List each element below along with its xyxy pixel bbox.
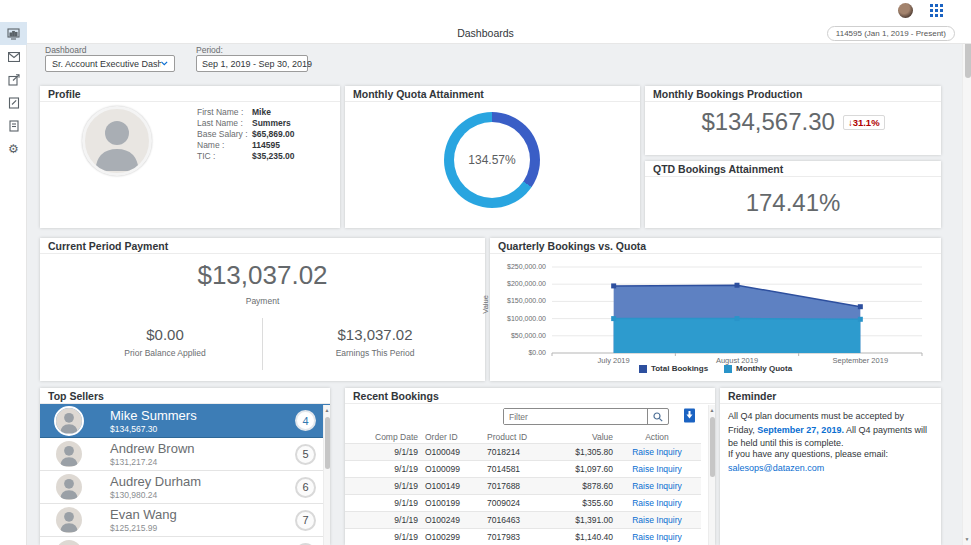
seller-avatar <box>56 507 82 533</box>
scroll-down-icon[interactable]: ▼ <box>963 536 971 542</box>
chart-legend[interactable]: Total BookingsMonthly Quota <box>490 364 941 373</box>
quarterly-chart-title: Quarterly Bookings vs. Quota <box>490 238 941 254</box>
period-value: Sep 1, 2019 - Sep 30, 2019 <box>202 59 312 69</box>
dashboard-select[interactable]: Sr. Account Executive Dashboard <box>45 55 175 72</box>
booking-row[interactable]: 9/1/19 O100149 7017688 $878.60 Raise Inq… <box>345 478 701 495</box>
reminder-paragraph-2: If you have any questions, please email:… <box>728 448 931 475</box>
booking-date: 9/1/19 <box>345 498 418 508</box>
booking-order-id: O100099 <box>418 464 487 474</box>
raise-inquiry-link[interactable]: Raise Inquiry <box>613 447 701 457</box>
booking-product-id: 7016463 <box>487 515 559 525</box>
page-scrollbar[interactable]: ▲ ▼ <box>962 0 971 545</box>
profile-card-title: Profile <box>40 86 340 102</box>
top-seller-row[interactable]: Audrey Durham $130,980.24 6 <box>40 471 330 504</box>
note-icon <box>8 97 20 109</box>
bookings-scroll-thumb[interactable] <box>710 417 715 477</box>
seller-name: Andrew Brown <box>110 441 295 456</box>
seller-rank-badge: 4 <box>295 410 316 431</box>
payment-prior-balance: $0.00 Prior Balance Applied <box>80 326 250 358</box>
prior-balance-label: Prior Balance Applied <box>80 348 250 358</box>
seller-text: Mike Summers $134,567.30 <box>110 408 295 434</box>
raise-inquiry-link[interactable]: Raise Inquiry <box>613 464 701 474</box>
seller-text: Audrey Durham $130,980.24 <box>110 474 295 500</box>
bookings-filter <box>503 408 669 425</box>
booking-value: $1,305.80 <box>559 447 613 457</box>
seller-text: Andrew Brown $131,217.24 <box>110 441 295 467</box>
salesops-email-link[interactable]: salesops@datazen.com <box>728 463 824 473</box>
scroll-up-icon[interactable]: ▲ <box>324 407 330 413</box>
user-period-badge: 114595 (Jan 1, 2019 - Present) <box>827 26 955 41</box>
top-seller-row[interactable]: Andrew Brown $131,217.24 5 <box>40 438 330 471</box>
sidebar-item-mail[interactable] <box>0 45 27 68</box>
document-icon <box>8 120 20 132</box>
period-label: Period: <box>196 45 223 55</box>
top-seller-row[interactable]: Mike Summers $134,567.30 4 <box>40 404 330 438</box>
sidebar-item-document[interactable] <box>0 114 27 137</box>
seller-rank-badge: 6 <box>295 477 316 498</box>
scroll-up-icon[interactable]: ▲ <box>709 407 715 413</box>
sidebar-item-dashboard[interactable] <box>0 22 27 45</box>
top-sellers-list: Mike Summers $134,567.30 4 Andrew Brown … <box>40 404 330 545</box>
settings-icon: ⚙ <box>8 143 19 155</box>
app-grid-icon[interactable] <box>930 4 943 17</box>
legend-item[interactable]: Monthly Quota <box>724 364 792 373</box>
top-seller-row[interactable] <box>40 537 330 545</box>
booking-row[interactable]: 9/1/19 O100049 7018214 $1,305.80 Raise I… <box>345 444 701 461</box>
profile-fields: First Name : Mike Last Name : Summers Ba… <box>197 107 295 162</box>
sidebar-item-settings[interactable]: ⚙ <box>0 137 27 160</box>
user-avatar[interactable] <box>898 3 913 18</box>
payment-main-value: $13,037.02 <box>40 260 485 291</box>
reminder-title: Reminder <box>720 388 941 404</box>
qtd-attainment-title: QTD Bookings Attainment <box>645 161 941 177</box>
seller-avatar <box>56 474 82 500</box>
top-sellers-scroll-thumb[interactable] <box>325 417 330 469</box>
seller-value: $131,217.24 <box>110 457 295 467</box>
quarterly-chart-card: Quarterly Bookings vs. Quota $250,000.00… <box>490 238 941 381</box>
booking-row[interactable]: 9/1/19 O100299 7017983 $1,140.40 Raise I… <box>345 529 701 545</box>
person-icon <box>85 109 149 173</box>
booking-row[interactable]: 9/1/19 O100249 7016463 $1,391.00 Raise I… <box>345 512 701 529</box>
col-value: Value <box>559 432 613 442</box>
legend-item[interactable]: Total Bookings <box>639 364 708 373</box>
mail-icon <box>8 52 20 62</box>
export-button[interactable] <box>683 408 696 427</box>
prior-balance-value: $0.00 <box>80 326 250 343</box>
seller-name: Audrey Durham <box>110 474 295 489</box>
booking-product-id: 7017983 <box>487 532 559 542</box>
seller-avatar <box>56 540 82 545</box>
raise-inquiry-link[interactable]: Raise Inquiry <box>613 532 701 542</box>
profile-field-row: TIC : $35,235.00 <box>197 151 295 162</box>
payment-card: Current Period Payment $13,037.02 Paymen… <box>40 238 485 381</box>
booking-row[interactable]: 9/1/19 O100099 7014581 $1,097.60 Raise I… <box>345 461 701 478</box>
sidebar-item-export[interactable] <box>0 68 27 91</box>
recent-bookings-title: Recent Bookings <box>345 388 715 404</box>
period-input[interactable]: Sep 1, 2019 - Sep 30, 2019 <box>196 55 308 72</box>
profile-photo <box>82 106 152 176</box>
payment-card-title: Current Period Payment <box>40 238 485 254</box>
top-sellers-scrollbar[interactable]: ▲ <box>323 405 330 545</box>
person-icon <box>56 507 82 533</box>
filter-input[interactable] <box>504 409 647 424</box>
bookings-scrollbar[interactable]: ▲ <box>708 405 715 545</box>
person-icon <box>56 408 82 434</box>
profile-field-label: TIC : <box>197 151 252 162</box>
recent-bookings-card: Recent Bookings Comp Date Order ID Produ… <box>345 388 715 545</box>
booking-product-id: 7009024 <box>487 498 559 508</box>
reminder-card: Reminder All Q4 plan documents must be a… <box>720 388 941 545</box>
profile-card: Profile First Name : Mike Last Name : Su… <box>40 86 340 228</box>
profile-field-label: First Name : <box>197 107 252 118</box>
raise-inquiry-link[interactable]: Raise Inquiry <box>613 515 701 525</box>
booking-row[interactable]: 9/1/19 O100199 7009024 $355.60 Raise Inq… <box>345 495 701 512</box>
booking-date: 9/1/19 <box>345 532 418 542</box>
seller-value: $130,980.24 <box>110 490 295 500</box>
raise-inquiry-link[interactable]: Raise Inquiry <box>613 498 701 508</box>
raise-inquiry-link[interactable]: Raise Inquiry <box>613 481 701 491</box>
seller-avatar <box>56 408 82 434</box>
search-button[interactable] <box>647 409 668 424</box>
earnings-label: Earnings This Period <box>290 348 460 358</box>
top-seller-row[interactable]: Evan Wang $125,215.99 7 <box>40 504 330 537</box>
sidebar-item-note[interactable] <box>0 91 27 114</box>
booking-product-id: 7017688 <box>487 481 559 491</box>
profile-field-value: $35,235.00 <box>252 151 295 162</box>
booking-value: $1,097.60 <box>559 464 613 474</box>
